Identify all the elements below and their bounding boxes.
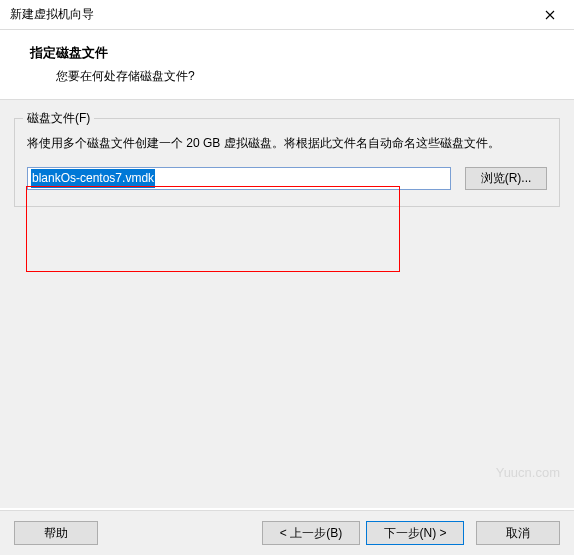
cancel-button[interactable]: 取消 bbox=[476, 521, 560, 545]
content-area: 磁盘文件(F) 将使用多个磁盘文件创建一个 20 GB 虚拟磁盘。将根据此文件名… bbox=[0, 100, 574, 508]
close-icon bbox=[545, 10, 555, 20]
disk-file-input[interactable]: blankOs-centos7.vmdk bbox=[27, 167, 451, 190]
back-button[interactable]: < 上一步(B) bbox=[262, 521, 360, 545]
disk-file-input-value: blankOs-centos7.vmdk bbox=[31, 169, 155, 188]
next-button[interactable]: 下一步(N) > bbox=[366, 521, 464, 545]
browse-button[interactable]: 浏览(R)... bbox=[465, 167, 547, 190]
titlebar: 新建虚拟机向导 bbox=[0, 0, 574, 30]
fieldset-legend: 磁盘文件(F) bbox=[23, 110, 94, 127]
help-button[interactable]: 帮助 bbox=[14, 521, 98, 545]
wizard-footer: 帮助 < 上一步(B) 下一步(N) > 取消 bbox=[0, 510, 574, 555]
window-title: 新建虚拟机向导 bbox=[10, 6, 94, 23]
disk-file-fieldset: 磁盘文件(F) 将使用多个磁盘文件创建一个 20 GB 虚拟磁盘。将根据此文件名… bbox=[14, 118, 560, 207]
wizard-header: 指定磁盘文件 您要在何处存储磁盘文件? bbox=[0, 30, 574, 100]
disk-description: 将使用多个磁盘文件创建一个 20 GB 虚拟磁盘。将根据此文件名自动命名这些磁盘… bbox=[27, 133, 547, 153]
close-button[interactable] bbox=[530, 1, 570, 29]
file-input-row: blankOs-centos7.vmdk 浏览(R)... bbox=[27, 167, 547, 190]
page-title: 指定磁盘文件 bbox=[30, 44, 564, 62]
watermark-text: Yuucn.com bbox=[496, 465, 560, 480]
page-subtitle: 您要在何处存储磁盘文件? bbox=[56, 68, 564, 85]
